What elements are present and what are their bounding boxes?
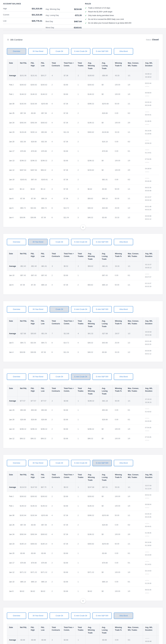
column-header: Avg. Winning Trade — [86, 59, 100, 71]
tab-overview[interactable]: Overview — [7, 612, 26, 619]
tab-ultra-bond[interactable]: Ultra-Bond — [114, 306, 133, 312]
cell: $146.32 — [86, 501, 100, 511]
loss-duration: --:--:-- — [145, 592, 149, 594]
daily-stats-table: DateNet P&LP&L HighP&L LowTotal Contract… — [7, 317, 159, 357]
tab-ultra-bond[interactable]: Ultra-Bond — [114, 48, 133, 54]
cell: 1/2 — [125, 338, 143, 348]
cell: 33.33 — [113, 213, 125, 222]
gutter — [157, 406, 160, 415]
tab-overview[interactable]: Overview — [7, 239, 26, 245]
loss-duration: 00:44:41 — [145, 114, 151, 116]
tab-crude-oil[interactable]: Crude Oil — [50, 306, 69, 312]
cell: $3.68 — [61, 501, 75, 511]
tab-ultra-bond[interactable]: Ultra-Bond — [114, 374, 133, 380]
tab-e-mini-s-p-500[interactable]: E-mini S&P 500 — [93, 374, 112, 380]
avg-wl-duration-cell: 02:10:3700:05:13 — [143, 262, 157, 271]
tab-e-mini-crude-oil[interactable]: E-mini Crude Oil — [71, 612, 90, 619]
tab-e-mini-crude-oil[interactable]: E-mini Crude Oil — [71, 239, 90, 245]
column-header: Avg. Losing Trade — [100, 471, 113, 483]
cell: $193.63 — [86, 71, 100, 80]
tab-crude-oil[interactable]: Crude Oil — [50, 460, 69, 466]
tab-30-year-bond[interactable]: 30-Year Bond — [28, 374, 48, 380]
column-header: Avg. Winning Trade — [86, 471, 100, 483]
tab-crude-oil[interactable]: Crude Oil — [50, 239, 69, 245]
cell: $146.32 — [39, 90, 49, 99]
table-row: Average-$3.68-$3.68-$3.682$3.681-$3.680.… — [7, 635, 159, 644]
tab-crude-oil[interactable]: Crude Oil — [50, 374, 69, 380]
column-header: Winning Trade % — [113, 317, 125, 329]
cell: $467.64 — [18, 166, 28, 175]
tab-e-mini-crude-oil[interactable]: E-mini Crude Oil — [71, 374, 90, 380]
cell: $3.68 — [61, 577, 75, 586]
tab-overview[interactable]: Overview — [7, 306, 26, 312]
cell: -$28.68 — [39, 415, 49, 424]
tab-crude-oil[interactable]: Crude Oil — [50, 48, 69, 54]
tab-30-year-bond[interactable]: 30-Year Bond — [28, 306, 48, 312]
cell: $0 — [100, 501, 113, 511]
avg-wl-duration-cell: 07:54:35--:--:-- — [143, 156, 157, 166]
gutter — [157, 59, 160, 71]
tab-overview[interactable]: Overview — [7, 374, 26, 380]
cell: -$78.68 — [39, 146, 49, 156]
row-date: Jan 10 — [7, 577, 18, 586]
cell: $0 — [100, 530, 113, 539]
cell: $32.64 — [28, 204, 39, 213]
tab-e-mini-crude-oil[interactable]: E-mini Crude Oil — [71, 306, 90, 312]
row-date: Jan 6 — [7, 194, 18, 203]
cell: $36.32 — [86, 204, 100, 213]
cell: 1 — [75, 424, 86, 434]
tab-e-mini-crude-oil[interactable]: E-mini Crude Oil — [71, 460, 90, 466]
tab-e-mini-crude-oil[interactable]: E-mini Crude Oil — [71, 48, 90, 54]
loss-duration: 00:03:18 — [145, 199, 151, 202]
tab-e-mini-s-p-500[interactable]: E-mini S&P 500 — [93, 460, 112, 466]
cell: $7.36 — [61, 109, 75, 118]
column-header: Total Contracts — [49, 471, 61, 483]
tab-ultra-bond[interactable]: Ultra-Bond — [114, 612, 133, 619]
tab-ultra-bond[interactable]: Ultra-Bond — [114, 239, 133, 245]
table-row: Jan 24$392.64$392.64$383.824$7.362$196.3… — [7, 530, 159, 539]
cell: $7.36 — [61, 184, 75, 194]
tab-e-mini-s-p-500[interactable]: E-mini S&P 500 — [93, 239, 112, 245]
tab-30-year-bond[interactable]: 30-Year Bond — [28, 239, 48, 245]
tab-crude-oil[interactable]: Crude Oil — [50, 612, 69, 619]
combine-card-crude-oil: Overview30-Year BondCrude OilE-mini Crud… — [3, 301, 163, 362]
combine-card-ultra-bond: Overview30-Year BondCrude OilE-mini Crud… — [3, 607, 163, 644]
cell: $38.96 — [18, 348, 28, 357]
column-header: Date — [7, 250, 18, 262]
cell — [86, 577, 100, 586]
gutter — [157, 492, 160, 501]
cell: $383.82 — [39, 530, 49, 539]
tab-overview[interactable]: Overview — [7, 48, 26, 54]
tab-30-year-bond[interactable]: 30-Year Bond — [28, 460, 48, 466]
tab-e-mini-s-p-500[interactable]: E-mini S&P 500 — [93, 612, 112, 619]
tab-overview[interactable]: Overview — [7, 460, 26, 466]
cell: 28.57 — [113, 329, 125, 338]
collapse-button[interactable]: ▲ — [80, 224, 86, 230]
cell: $131.61 — [28, 71, 39, 80]
tab-ultra-bond[interactable]: Ultra-Bond — [114, 460, 133, 466]
table-row: Jan 9$8.82$8.82$8.822$3.681$8.82$0100.00… — [7, 586, 159, 596]
collapse-button[interactable]: ▲ — [80, 598, 86, 604]
tab-e-mini-s-p-500[interactable]: E-mini S&P 500 — [93, 306, 112, 312]
cell: $146.32 — [86, 90, 100, 99]
cell: -$28.68 — [18, 415, 28, 424]
cell: 0.00 — [113, 137, 125, 146]
loss-duration: --:--:-- — [145, 534, 149, 538]
cell: 6 — [49, 213, 61, 222]
loss-duration: --:--:-- — [145, 506, 149, 509]
column-header: Winning Trade % — [113, 624, 125, 635]
table-header-row: DateNet P&LP&L HighP&L LowTotal Contract… — [7, 317, 159, 329]
row-date: Average — [7, 636, 18, 644]
avg-wl-duration-cell: --:--:--02:23:09 — [143, 549, 157, 558]
cell: $3.68 — [61, 271, 75, 280]
tab-bar: Overview30-Year BondCrude OilE-mini Crud… — [7, 455, 159, 466]
cell: $8.82 — [39, 587, 49, 596]
column-header: Avg. Losing Trade — [100, 317, 113, 329]
tab-30-year-bond[interactable]: 30-Year Bond — [28, 612, 48, 619]
cell: 33.33 — [113, 128, 125, 137]
tab-30-year-bond[interactable]: 30-Year Bond — [28, 48, 48, 54]
cell: 0/1 — [125, 406, 143, 415]
cell: $101.06 — [18, 71, 28, 80]
loss-duration: --:--:-- — [145, 85, 149, 88]
tab-e-mini-s-p-500[interactable]: E-mini S&P 500 — [93, 48, 112, 54]
